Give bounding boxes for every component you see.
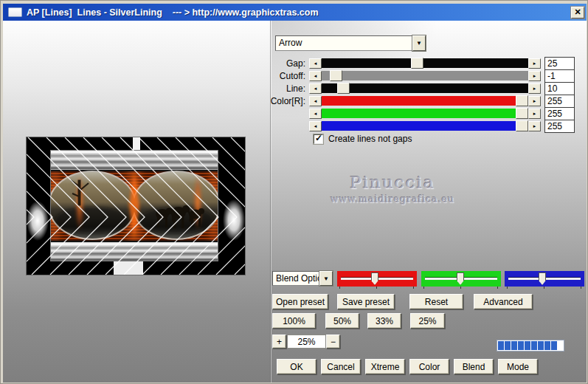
zoom-minus-button[interactable]: − — [326, 335, 340, 349]
app-icon — [8, 7, 22, 17]
line-slider-row: Line: ◂ ▸ — [266, 83, 578, 94]
color-b-slider-thumb[interactable] — [516, 120, 528, 131]
color-b-slider[interactable]: ◂ ▸ — [309, 120, 541, 131]
zoom-plus-button[interactable]: + — [272, 335, 286, 349]
zoom-50-button[interactable]: 50% — [325, 313, 359, 329]
progress-segment — [518, 341, 524, 350]
progress-segment — [538, 341, 544, 350]
open-preset-button[interactable]: Open preset — [272, 294, 328, 309]
filter-preview-image[interactable] — [27, 137, 245, 275]
chevron-down-icon[interactable]: ▼ — [412, 35, 426, 51]
zoom-25-button[interactable]: 25% — [410, 313, 445, 329]
cancel-button[interactable]: Cancel — [321, 359, 361, 374]
xtreme-button[interactable]: Xtreme — [365, 359, 405, 374]
cutoff-slider-row: Cutoff: ◂ ▸ — [266, 70, 578, 81]
ok-button[interactable]: OK — [277, 359, 317, 374]
blend-green-slider[interactable] — [421, 271, 501, 287]
progress-segment — [505, 341, 511, 350]
cutoff-value-field[interactable]: -1 — [544, 69, 575, 83]
progress-segment — [544, 341, 550, 350]
color-r-value-field[interactable]: 255 — [544, 95, 575, 108]
slider-left-arrow-icon[interactable]: ◂ — [309, 109, 322, 119]
dialog-body: Arrow ▼ Gap: ◂ ▸ 25 Cutoff: ◂ ▸ -1 Line: — [3, 21, 587, 383]
color-b-value-field[interactable]: 255 — [544, 120, 575, 133]
save-preset-button[interactable]: Save preset — [337, 294, 395, 309]
progress-segment — [551, 341, 557, 350]
reset-button[interactable]: Reset — [409, 294, 463, 309]
color-r-label: Color[R]: — [266, 96, 309, 106]
watermark: Pinuccia www.maidiregrafica.eu — [304, 173, 481, 205]
slider-ticks — [339, 287, 415, 289]
color-g-slider-row: ◂ ▸ — [266, 108, 578, 119]
zoom-level-field: 25% — [287, 335, 326, 349]
blend-options-value[interactable]: Blend Options — [272, 271, 319, 286]
cutoff-label: Cutoff: — [266, 71, 309, 81]
chevron-down-icon[interactable]: ▼ — [319, 271, 333, 286]
gap-value-field[interactable]: 25 — [544, 57, 575, 70]
slider-right-arrow-icon[interactable]: ▸ — [528, 109, 541, 119]
slider-right-arrow-icon[interactable]: ▸ — [528, 96, 541, 106]
plugin-dialog: AP [Lines] Lines - SilverLining --- > ht… — [0, 0, 588, 384]
blend-blue-slider[interactable] — [505, 271, 584, 287]
mode-button[interactable]: Mode — [498, 359, 538, 374]
gap-slider-track[interactable] — [322, 58, 528, 68]
line-label: Line: — [266, 83, 309, 94]
checkmark-icon: ✓ — [315, 133, 322, 143]
zoom-100-button[interactable]: 100% — [272, 313, 316, 329]
color-g-slider-track[interactable] — [322, 109, 528, 118]
gap-slider-thumb[interactable] — [411, 58, 423, 69]
slider-left-arrow-icon[interactable]: ◂ — [309, 58, 322, 69]
watermark-url: www.maidiregrafica.eu — [304, 193, 481, 205]
cutoff-slider[interactable]: ◂ ▸ — [309, 70, 541, 81]
color-g-slider-thumb[interactable] — [516, 108, 528, 119]
color-r-slider-row: Color[R]: ◂ ▸ — [266, 95, 578, 106]
blend-blue-thumb[interactable] — [539, 272, 546, 285]
close-icon[interactable]: ✕ — [571, 7, 584, 18]
slider-ticks — [423, 287, 499, 289]
line-preset-dropdown[interactable]: Arrow ▼ — [275, 35, 426, 51]
line-preset-value[interactable]: Arrow — [275, 35, 412, 51]
create-lines-checkbox-row: ✓ Create lines not gaps — [314, 134, 412, 144]
title-bar[interactable]: AP [Lines] Lines - SilverLining --- > ht… — [3, 4, 587, 21]
slider-right-arrow-icon[interactable]: ▸ — [528, 71, 541, 81]
line-slider-track[interactable] — [322, 83, 528, 93]
advanced-button[interactable]: Advanced — [474, 294, 533, 309]
blend-button[interactable]: Blend — [454, 359, 494, 374]
progress-segment — [531, 341, 537, 350]
zoom-33-button[interactable]: 33% — [367, 313, 401, 329]
blend-options-dropdown[interactable]: Blend Options ▼ — [272, 271, 333, 286]
line-value-field[interactable]: 10 — [544, 82, 575, 95]
cutoff-slider-thumb[interactable] — [330, 70, 342, 81]
slider-left-arrow-icon[interactable]: ◂ — [309, 71, 322, 81]
progress-segment — [525, 341, 530, 350]
slider-left-arrow-icon[interactable]: ◂ — [309, 121, 322, 131]
gap-label: Gap: — [266, 58, 309, 69]
line-slider[interactable]: ◂ ▸ — [309, 83, 541, 94]
color-b-slider-track[interactable] — [322, 121, 528, 131]
gap-slider[interactable]: ◂ ▸ — [309, 58, 541, 69]
slider-right-arrow-icon[interactable]: ▸ — [528, 83, 541, 94]
color-button[interactable]: Color — [409, 359, 449, 374]
create-lines-checkbox[interactable]: ✓ — [314, 134, 323, 144]
color-g-slider[interactable]: ◂ ▸ — [309, 108, 541, 119]
slider-right-arrow-icon[interactable]: ▸ — [528, 121, 541, 131]
color-r-slider[interactable]: ◂ ▸ — [309, 95, 541, 106]
blend-red-thumb[interactable] — [371, 272, 378, 285]
blend-green-thumb[interactable] — [457, 272, 464, 285]
color-g-value-field[interactable]: 255 — [544, 107, 575, 120]
line-slider-thumb[interactable] — [337, 83, 350, 94]
slider-left-arrow-icon[interactable]: ◂ — [309, 83, 322, 94]
create-lines-checkbox-label: Create lines not gaps — [328, 134, 412, 144]
cutoff-slider-track[interactable] — [322, 71, 528, 80]
color-r-slider-track[interactable] — [322, 96, 528, 106]
slider-right-arrow-icon[interactable]: ▸ — [528, 58, 541, 69]
slider-left-arrow-icon[interactable]: ◂ — [309, 96, 322, 106]
blend-red-slider[interactable] — [337, 271, 417, 287]
color-b-slider-row: ◂ ▸ — [266, 120, 578, 131]
progress-segment — [498, 341, 504, 350]
color-r-slider-thumb[interactable] — [516, 95, 528, 106]
progress-bar — [497, 340, 564, 352]
window-title: AP [Lines] Lines - SilverLining --- > ht… — [27, 7, 571, 18]
gap-slider-row: Gap: ◂ ▸ — [266, 58, 578, 69]
progress-segment — [511, 341, 517, 350]
